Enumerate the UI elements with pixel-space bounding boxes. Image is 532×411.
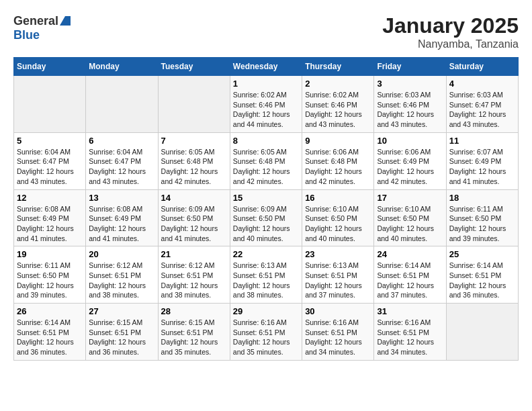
logo: General Blue [13,13,71,42]
day-info: Sunrise: 6:12 AM Sunset: 6:51 PM Dayligh… [89,261,154,300]
calendar-cell: 13Sunrise: 6:08 AM Sunset: 6:49 PM Dayli… [86,189,158,246]
page-header: General Blue January 2025 Nanyamba, Tanz… [13,13,519,50]
calendar-table: SundayMondayTuesdayWednesdayThursdayFrid… [13,57,519,361]
day-info: Sunrise: 6:10 AM Sunset: 6:50 PM Dayligh… [377,204,443,244]
day-number: 6 [89,136,154,146]
calendar-week-2: 5Sunrise: 6:04 AM Sunset: 6:47 PM Daylig… [14,132,519,189]
day-number: 31 [377,306,443,316]
page-title: January 2025 [382,13,519,38]
weekday-header-friday: Friday [374,58,446,76]
calendar-cell: 25Sunrise: 6:14 AM Sunset: 6:51 PM Dayli… [446,246,518,304]
calendar-cell: 10Sunrise: 6:06 AM Sunset: 6:49 PM Dayli… [374,132,446,189]
day-info: Sunrise: 6:08 AM Sunset: 6:49 PM Dayligh… [17,204,83,244]
day-number: 29 [233,306,299,316]
day-number: 23 [305,249,371,259]
day-info: Sunrise: 6:02 AM Sunset: 6:46 PM Dayligh… [305,90,371,130]
day-number: 1 [233,79,299,89]
day-number: 7 [161,136,227,146]
day-info: Sunrise: 6:04 AM Sunset: 6:47 PM Dayligh… [17,147,83,187]
calendar-cell: 14Sunrise: 6:09 AM Sunset: 6:50 PM Dayli… [158,189,230,246]
calendar-cell: 20Sunrise: 6:12 AM Sunset: 6:51 PM Dayli… [86,246,158,304]
calendar-cell: 28Sunrise: 6:15 AM Sunset: 6:51 PM Dayli… [158,304,230,361]
day-info: Sunrise: 6:11 AM Sunset: 6:50 PM Dayligh… [17,261,83,300]
day-number: 10 [377,136,443,146]
day-info: Sunrise: 6:11 AM Sunset: 6:50 PM Dayligh… [449,204,515,244]
weekday-header-thursday: Thursday [302,58,374,76]
day-number: 27 [89,306,154,316]
svg-marker-0 [60,16,71,26]
day-info: Sunrise: 6:03 AM Sunset: 6:46 PM Dayligh… [377,90,443,130]
day-number: 5 [17,136,83,146]
calendar-cell [14,76,86,133]
calendar-cell [86,76,158,133]
day-number: 25 [449,249,515,259]
day-number: 12 [17,193,83,203]
calendar-cell: 7Sunrise: 6:05 AM Sunset: 6:48 PM Daylig… [158,132,230,189]
calendar-cell: 18Sunrise: 6:11 AM Sunset: 6:50 PM Dayli… [446,189,518,246]
day-info: Sunrise: 6:02 AM Sunset: 6:46 PM Dayligh… [233,90,299,130]
calendar-cell: 21Sunrise: 6:12 AM Sunset: 6:51 PM Dayli… [158,246,230,304]
calendar-cell: 22Sunrise: 6:13 AM Sunset: 6:51 PM Dayli… [230,246,302,304]
day-info: Sunrise: 6:04 AM Sunset: 6:47 PM Dayligh… [89,147,154,187]
day-info: Sunrise: 6:13 AM Sunset: 6:51 PM Dayligh… [305,261,371,300]
calendar-cell: 8Sunrise: 6:05 AM Sunset: 6:48 PM Daylig… [230,132,302,189]
calendar-week-3: 12Sunrise: 6:08 AM Sunset: 6:49 PM Dayli… [14,189,519,246]
day-info: Sunrise: 6:09 AM Sunset: 6:50 PM Dayligh… [161,204,227,244]
weekday-header-tuesday: Tuesday [158,58,230,76]
day-number: 4 [449,79,515,89]
day-info: Sunrise: 6:14 AM Sunset: 6:51 PM Dayligh… [17,318,83,357]
calendar-cell: 2Sunrise: 6:02 AM Sunset: 6:46 PM Daylig… [302,76,374,133]
day-info: Sunrise: 6:14 AM Sunset: 6:51 PM Dayligh… [449,261,515,300]
day-info: Sunrise: 6:16 AM Sunset: 6:51 PM Dayligh… [377,318,443,357]
day-info: Sunrise: 6:08 AM Sunset: 6:49 PM Dayligh… [89,204,154,244]
day-info: Sunrise: 6:06 AM Sunset: 6:48 PM Dayligh… [305,147,371,187]
day-info: Sunrise: 6:03 AM Sunset: 6:47 PM Dayligh… [449,90,515,130]
day-number: 30 [305,306,371,316]
day-number: 19 [17,249,83,259]
calendar-cell: 24Sunrise: 6:14 AM Sunset: 6:51 PM Dayli… [374,246,446,304]
day-number: 21 [161,249,227,259]
calendar-cell: 30Sunrise: 6:16 AM Sunset: 6:51 PM Dayli… [302,304,374,361]
logo-blue-text: Blue [13,28,40,42]
logo-general-text: General [13,14,58,28]
calendar-cell: 6Sunrise: 6:04 AM Sunset: 6:47 PM Daylig… [86,132,158,189]
day-number: 22 [233,249,299,259]
day-info: Sunrise: 6:07 AM Sunset: 6:49 PM Dayligh… [449,147,515,187]
calendar-cell: 11Sunrise: 6:07 AM Sunset: 6:49 PM Dayli… [446,132,518,189]
day-number: 15 [233,193,299,203]
day-info: Sunrise: 6:15 AM Sunset: 6:51 PM Dayligh… [161,318,227,357]
day-info: Sunrise: 6:14 AM Sunset: 6:51 PM Dayligh… [377,261,443,300]
weekday-header-wednesday: Wednesday [230,58,302,76]
calendar-cell: 23Sunrise: 6:13 AM Sunset: 6:51 PM Dayli… [302,246,374,304]
day-info: Sunrise: 6:10 AM Sunset: 6:50 PM Dayligh… [305,204,371,244]
day-info: Sunrise: 6:09 AM Sunset: 6:50 PM Dayligh… [233,204,299,244]
day-number: 26 [17,306,83,316]
weekday-header-monday: Monday [86,58,158,76]
calendar-cell: 9Sunrise: 6:06 AM Sunset: 6:48 PM Daylig… [302,132,374,189]
title-block: January 2025 Nanyamba, Tanzania [382,13,519,50]
day-number: 20 [89,249,154,259]
day-number: 9 [305,136,371,146]
day-number: 16 [305,193,371,203]
day-info: Sunrise: 6:16 AM Sunset: 6:51 PM Dayligh… [233,318,299,357]
day-info: Sunrise: 6:13 AM Sunset: 6:51 PM Dayligh… [233,261,299,300]
calendar-cell [446,304,518,361]
calendar-cell: 15Sunrise: 6:09 AM Sunset: 6:50 PM Dayli… [230,189,302,246]
day-info: Sunrise: 6:16 AM Sunset: 6:51 PM Dayligh… [305,318,371,357]
calendar-cell: 29Sunrise: 6:16 AM Sunset: 6:51 PM Dayli… [230,304,302,361]
day-number: 13 [89,193,154,203]
calendar-cell: 4Sunrise: 6:03 AM Sunset: 6:47 PM Daylig… [446,76,518,133]
calendar-cell: 3Sunrise: 6:03 AM Sunset: 6:46 PM Daylig… [374,76,446,133]
calendar-cell: 19Sunrise: 6:11 AM Sunset: 6:50 PM Dayli… [14,246,86,304]
calendar-cell: 26Sunrise: 6:14 AM Sunset: 6:51 PM Dayli… [14,304,86,361]
day-number: 2 [305,79,371,89]
day-info: Sunrise: 6:06 AM Sunset: 6:49 PM Dayligh… [377,147,443,187]
day-number: 18 [449,193,515,203]
calendar-header-row: SundayMondayTuesdayWednesdayThursdayFrid… [14,58,519,76]
calendar-week-5: 26Sunrise: 6:14 AM Sunset: 6:51 PM Dayli… [14,304,519,361]
day-info: Sunrise: 6:15 AM Sunset: 6:51 PM Dayligh… [89,318,154,357]
day-number: 28 [161,306,227,316]
day-number: 17 [377,193,443,203]
day-number: 8 [233,136,299,146]
calendar-cell: 31Sunrise: 6:16 AM Sunset: 6:51 PM Dayli… [374,304,446,361]
